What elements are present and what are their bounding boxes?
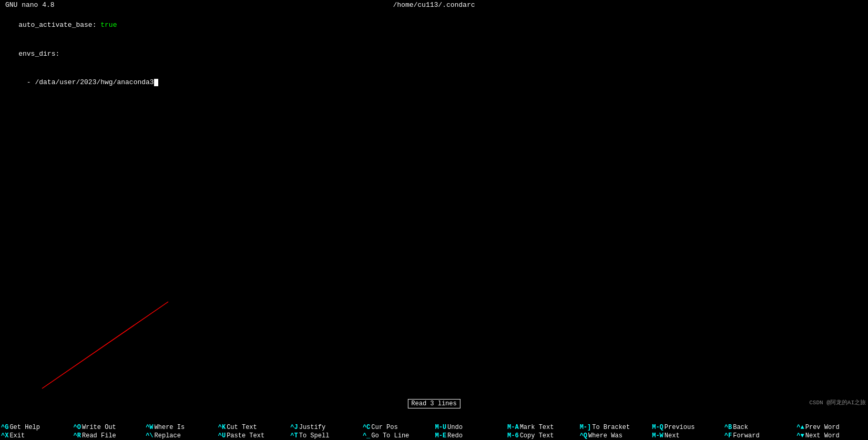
shortcut-key: ^▲	[796, 424, 804, 431]
shortcut-item[interactable]: ^F Forward	[723, 432, 796, 440]
shortcut-row-1: ^G Get Help^O Write Out^W Where Is^K Cut…	[0, 423, 868, 432]
shortcut-label: Go To Line	[371, 432, 409, 439]
line2-text: envs_dirs:	[18, 50, 59, 58]
shortcut-key: M-U	[435, 424, 446, 431]
title-bar: GNU nano 4.8 /home/cu113/.condarc	[0, 0, 868, 10]
shortcut-item[interactable]: ^G Get Help	[0, 423, 73, 432]
line1-value: true	[100, 21, 117, 29]
shortcut-key: ^B	[724, 424, 732, 431]
shortcut-label: Paste Text	[227, 432, 264, 439]
line-1: auto_activate_base: true	[2, 11, 866, 40]
shortcut-item[interactable]: ^_ Go To Line	[362, 432, 434, 440]
shortcut-key: ^Q	[580, 432, 587, 439]
shortcut-item[interactable]: ^O Write Out	[73, 423, 145, 432]
shortcut-item[interactable]: ^Q Where Was	[579, 432, 651, 440]
shortcut-key: M-6	[507, 432, 519, 439]
shortcut-item[interactable]: ^▼ Next Word	[795, 432, 868, 440]
shortcut-key: ^G	[1, 424, 8, 431]
shortcut-item[interactable]: M-6 Copy Text	[506, 432, 579, 440]
shortcut-label: Back	[733, 424, 748, 431]
shortcut-label: Cut Text	[227, 424, 257, 431]
shortcut-key: M-A	[507, 424, 519, 431]
shortcut-key: ^J	[290, 424, 298, 431]
line-2: envs_dirs:	[2, 40, 866, 69]
shortcut-key: ^▼	[796, 432, 804, 439]
watermark: CSDN @阿龙的AI之旅	[807, 397, 868, 407]
shortcut-key: ^F	[724, 432, 732, 439]
shortcut-item[interactable]: ^C Cur Pos	[362, 423, 434, 432]
shortcut-label: Prev Word	[805, 424, 840, 431]
line-3: - /data/user/2023/hwg/anaconda3	[2, 68, 866, 97]
shortcut-label: To Bracket	[592, 424, 630, 431]
status-text: Read 3 lines	[411, 400, 456, 407]
shortcut-label: Write Out	[82, 424, 116, 431]
shortcut-item[interactable]: M-W Next	[651, 432, 723, 440]
shortcut-label: Cur Pos	[371, 424, 397, 431]
file-path: /home/cu113/.condarc	[393, 1, 475, 9]
shortcut-label: Read File	[82, 432, 116, 439]
shortcut-key: ^O	[74, 424, 81, 431]
shortcut-row-2: ^X Exit^R Read File^\ Replace^U Paste Te…	[0, 432, 868, 440]
shortcut-item[interactable]: ^U Paste Text	[217, 432, 290, 440]
shortcut-key: M-E	[435, 432, 446, 439]
shortcut-label: Undo	[447, 424, 463, 431]
shortcut-label: Where Was	[588, 432, 622, 439]
shortcut-label: Forward	[733, 432, 759, 439]
bottom-bar: ^G Get Help^O Write Out^W Where Is^K Cut…	[0, 423, 868, 440]
shortcut-key: M-]	[580, 424, 591, 431]
shortcut-label: Exit	[9, 432, 25, 439]
shortcut-item[interactable]: ^W Where Is	[145, 423, 217, 432]
shortcut-item[interactable]: ^R Read File	[73, 432, 145, 440]
shortcut-label: Justify	[299, 424, 325, 431]
shortcut-label: Redo	[447, 432, 463, 439]
shortcut-key: ^T	[290, 432, 298, 439]
shortcut-key: ^X	[1, 432, 8, 439]
shortcut-key: ^W	[146, 424, 153, 431]
shortcut-key: ^\	[146, 432, 153, 439]
shortcut-item[interactable]: M-A Mark Text	[506, 423, 579, 432]
app-name: GNU nano 4.8	[5, 1, 55, 9]
shortcut-label: Next Word	[805, 432, 840, 439]
status-bar: Read 3 lines	[407, 399, 460, 408]
shortcut-key: M-Q	[652, 424, 663, 431]
shortcut-label: Mark Text	[520, 424, 554, 431]
shortcut-key: ^K	[218, 424, 226, 431]
shortcut-item[interactable]: ^K Cut Text	[217, 423, 290, 432]
text-cursor	[154, 79, 158, 86]
shortcut-item[interactable]: ^J Justify	[289, 423, 362, 432]
shortcut-key: ^_	[363, 432, 370, 439]
shortcut-item[interactable]: M-U Undo	[434, 423, 506, 432]
shortcut-label: Replace	[155, 432, 181, 439]
shortcut-label: Where Is	[155, 424, 185, 431]
shortcut-item[interactable]: ^T To Spell	[289, 432, 362, 440]
shortcut-key: ^R	[74, 432, 81, 439]
shortcut-item[interactable]: ^▲ Prev Word	[795, 423, 868, 432]
shortcut-item[interactable]: M-E Redo	[434, 432, 506, 440]
shortcut-item[interactable]: M-] To Bracket	[579, 423, 651, 432]
line3-text: - /data/user/2023/hwg/anaconda3	[18, 78, 154, 86]
shortcut-item[interactable]: ^X Exit	[0, 432, 73, 440]
shortcut-key: ^C	[363, 424, 370, 431]
shortcut-item[interactable]: ^B Back	[723, 423, 796, 432]
shortcut-label: Previous	[665, 424, 695, 431]
svg-line-0	[42, 302, 168, 388]
shortcut-item[interactable]: ^\ Replace	[145, 432, 217, 440]
line1-text: auto_activate_base:	[18, 21, 100, 29]
shortcut-label: Next	[665, 432, 680, 439]
shortcut-label: Get Help	[9, 424, 40, 431]
editor-area[interactable]: auto_activate_base: true envs_dirs: - /d…	[0, 10, 868, 406]
shortcut-label: Copy Text	[520, 432, 554, 439]
shortcut-key: ^U	[218, 432, 226, 439]
shortcut-key: M-W	[652, 432, 663, 439]
shortcut-label: To Spell	[299, 432, 330, 439]
shortcut-item[interactable]: M-Q Previous	[651, 423, 723, 432]
